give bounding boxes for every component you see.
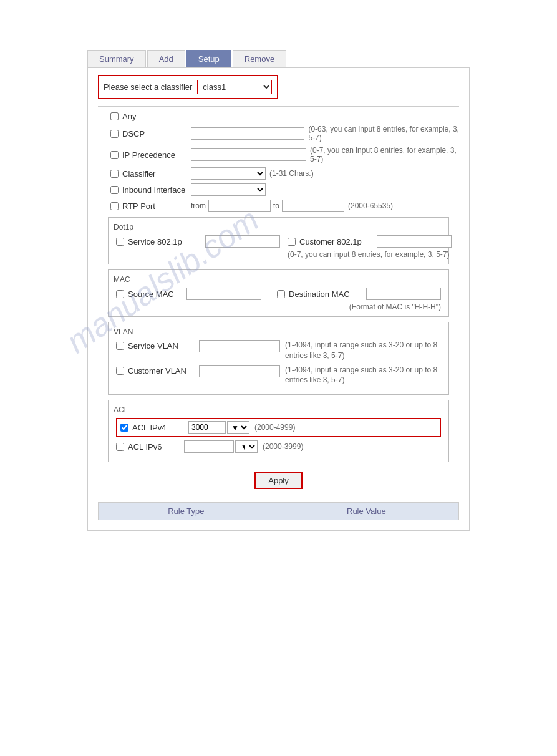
classifier-field-dropdown[interactable] [191, 167, 266, 180]
tabs-bar: Summary Add Setup Remove [87, 50, 470, 68]
dot1p-title: Dot1p [114, 223, 441, 231]
acl-title: ACL [114, 405, 441, 414]
classifier-field-hint: (1-31 Chars.) [269, 169, 314, 178]
acl-ipv4-hint: (2000-4999) [254, 423, 295, 432]
apply-row: Apply [98, 472, 459, 489]
dot1p-right: Customer 802.1p (0-7, you can input 8 en… [288, 235, 452, 259]
ip-precedence-hint: (0-7, you can input 8 entries, for examp… [310, 146, 459, 163]
service-802-label: Service 802.1p [128, 237, 203, 246]
acl-ipv6-hint: (2000-3999) [263, 442, 303, 451]
mac-row: Source MAC Destination MAC [116, 288, 441, 300]
col-rule-value: Rule Value [274, 503, 458, 520]
classifier-selector-label: Please select a classifier [104, 82, 192, 92]
dscp-input[interactable] [191, 127, 304, 140]
rtp-hint: (2000-65535) [348, 201, 393, 210]
mac-title: MAC [114, 275, 441, 284]
service-vlan-hint: (1-4094, input a range such as 3-20 or u… [285, 340, 441, 361]
service-vlan-input[interactable] [199, 340, 280, 352]
mac-hint: (Format of MAC is "H-H-H") [116, 303, 441, 311]
customer-vlan-input[interactable] [199, 365, 280, 377]
mac-section: MAC Source MAC Destination MAC (Format o… [108, 269, 449, 317]
service-vlan-checkbox[interactable] [116, 342, 124, 350]
service-vlan-row: Service VLAN (1-4094, input a range such… [116, 340, 441, 361]
acl-ipv4-label: ACL IPv4 [132, 423, 188, 432]
dot1p-right-top: Customer 802.1p [288, 235, 452, 248]
customer-vlan-label: Customer VLAN [128, 366, 196, 376]
customer-vlan-row: Customer VLAN (1-4094, input a range suc… [116, 365, 441, 386]
tab-add[interactable]: Add [147, 50, 185, 67]
apply-button[interactable]: Apply [254, 472, 303, 489]
dot1p-section: Dot1p Service 802.1p Customer 802.1p (0-… [108, 217, 449, 264]
content-box: Please select a classifier class1 class2… [87, 68, 470, 531]
inbound-interface-row: Inbound Interface [98, 183, 459, 196]
vlan-title: VLAN [114, 327, 441, 336]
destination-mac-input[interactable] [366, 288, 441, 300]
classifier-selector-dropdown[interactable]: class1 class2 class3 [197, 80, 272, 94]
top-divider [98, 106, 459, 107]
acl-ipv6-checkbox[interactable] [116, 443, 124, 451]
customer-802-checkbox[interactable] [288, 238, 296, 246]
acl-ipv6-input[interactable] [184, 440, 234, 453]
destination-mac-checkbox[interactable] [277, 290, 285, 298]
destination-mac-label: Destination MAC [289, 289, 364, 299]
tab-setup[interactable]: Setup [186, 50, 231, 67]
acl-ipv6-label: ACL IPv6 [128, 442, 184, 452]
dscp-label: DSCP [122, 129, 191, 138]
vlan-section: VLAN Service VLAN (1-4094, input a range… [108, 322, 449, 395]
acl-ipv4-row: ACL IPv4 ▼ (2000-4999) [116, 418, 441, 437]
acl-ipv4-checkbox[interactable] [120, 424, 128, 432]
acl-ipv4-input[interactable] [188, 421, 226, 434]
classifier-checkbox[interactable] [110, 170, 119, 178]
ip-precedence-checkbox[interactable] [110, 151, 119, 159]
inbound-interface-label: Inbound Interface [122, 185, 191, 195]
service-vlan-label: Service VLAN [128, 341, 196, 351]
ip-precedence-row: IP Precedence (0-7, you can input 8 entr… [98, 146, 459, 163]
source-mac-checkbox[interactable] [116, 290, 124, 298]
mac-left: Source MAC [116, 288, 261, 300]
dscp-checkbox[interactable] [110, 130, 119, 138]
rtp-to-label: to [273, 201, 279, 210]
any-row: Any [98, 112, 459, 121]
inbound-interface-checkbox[interactable] [110, 186, 119, 194]
ip-precedence-label: IP Precedence [122, 150, 191, 160]
any-checkbox[interactable] [110, 112, 119, 120]
any-label: Any [122, 112, 191, 121]
rtp-port-label: RTP Port [122, 201, 191, 211]
col-rule-type: Rule Type [99, 503, 274, 520]
dot1p-hint: (0-7, you can input 8 entries, for examp… [288, 250, 452, 259]
dscp-hint: (0-63, you can input 8 entries, for exam… [308, 125, 459, 142]
rtp-port-row: RTP Port from to (2000-65535) [98, 200, 459, 212]
classifier-field-row: Classifier (1-31 Chars.) [98, 167, 459, 180]
customer-802-input[interactable] [377, 235, 452, 248]
result-table: Rule Type Rule Value [98, 502, 459, 520]
source-mac-label: Source MAC [128, 289, 184, 299]
acl-ipv6-row: ACL IPv6 ▼ (2000-3999) [116, 440, 441, 453]
customer-vlan-checkbox[interactable] [116, 367, 124, 375]
acl-ipv4-dropdown[interactable]: ▼ [227, 421, 249, 434]
rtp-to-input[interactable] [282, 200, 344, 212]
acl-ipv6-dropdown[interactable]: ▼ [235, 440, 258, 453]
dot1p-row: Service 802.1p Customer 802.1p (0-7, you… [116, 235, 441, 259]
service-802-input[interactable] [205, 235, 280, 248]
bottom-divider [98, 497, 459, 497]
inbound-interface-dropdown[interactable] [191, 183, 266, 196]
service-802-checkbox[interactable] [116, 238, 124, 246]
dscp-row: DSCP (0-63, you can input 8 entries, for… [98, 125, 459, 142]
classifier-field-label: Classifier [122, 169, 191, 178]
tab-summary[interactable]: Summary [87, 50, 146, 67]
rtp-port-checkbox[interactable] [110, 202, 119, 210]
dot1p-left: Service 802.1p [116, 235, 280, 248]
customer-802-label: Customer 802.1p [299, 237, 374, 246]
acl-section: ACL ACL IPv4 ▼ (2000-4999) ACL IPv6 ▼ ( [108, 400, 449, 462]
ip-precedence-input[interactable] [191, 148, 306, 161]
rtp-from-label: from [191, 201, 206, 210]
tab-remove[interactable]: Remove [233, 50, 286, 67]
mac-right: Destination MAC [277, 288, 441, 300]
rtp-from-input[interactable] [208, 200, 271, 212]
source-mac-input[interactable] [186, 288, 261, 300]
customer-vlan-hint: (1-4094, input a range such as 3-20 or u… [285, 365, 441, 386]
classifier-selector-row: Please select a classifier class1 class2… [98, 75, 278, 99]
